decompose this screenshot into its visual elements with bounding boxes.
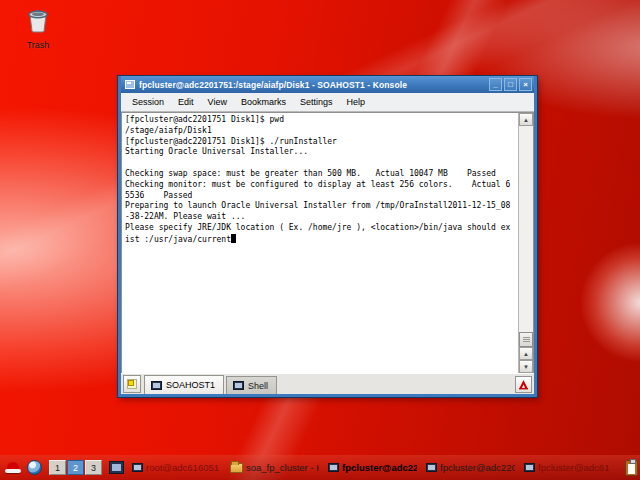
desktop: Trash fpcluster@adc2201751:/stage/aiafp/… (0, 0, 640, 480)
pager-desktop-1[interactable]: 1 (49, 460, 66, 475)
close-button[interactable]: × (519, 78, 532, 91)
pager-desktop-3[interactable]: 3 (85, 460, 102, 475)
terminal-line: Checking swap space: must be greater tha… (125, 169, 518, 180)
scrollbar-thumb[interactable] (519, 332, 533, 347)
taskbar: 1 2 3 root@adc616051 soa_fp_cluster - K … (0, 455, 640, 480)
folder-icon (230, 463, 243, 473)
terminal-line: [fpcluster@adc2201751 Disk1]$ ./runInsta… (125, 137, 518, 148)
maximize-button[interactable]: □ (504, 78, 517, 91)
tab-label: Shell (248, 381, 268, 391)
konsole-launcher-icon (109, 461, 124, 474)
terminal-line: Starting Oracle Universal Installer... (125, 147, 518, 158)
scroll-up-button-bottom[interactable]: ▲ (519, 347, 533, 360)
trash-icon (25, 8, 51, 34)
minimize-button[interactable]: _ (489, 78, 502, 91)
taskbar-item-konsole-active[interactable]: fpcluster@adc22 (325, 460, 420, 475)
terminal-cursor (231, 234, 236, 243)
terminal-line: Preparing to launch Oracle Universal Ins… (125, 201, 518, 212)
desktop-pager: 1 2 3 (49, 460, 102, 475)
terminal-task-icon (426, 463, 437, 472)
konsole-launcher[interactable] (107, 458, 126, 477)
terminal-line: Checking monitor: must be configured to … (125, 180, 518, 191)
tab-soahost1[interactable]: SOAHOST1 (144, 375, 224, 394)
menu-help[interactable]: Help (339, 95, 372, 109)
scrollbar[interactable]: ▲ ▲ ▼ (518, 113, 533, 373)
redhat-menu-button[interactable] (3, 458, 22, 477)
terminal-line (125, 158, 518, 169)
new-session-icon (127, 379, 137, 389)
pager-desktop-2[interactable]: 2 (67, 460, 84, 475)
menu-edit[interactable]: Edit (171, 95, 201, 109)
terminal-tab-icon (151, 381, 162, 390)
konsole-window: fpcluster@adc2201751:/stage/aiafp/Disk1 … (118, 76, 537, 397)
menubar: Session Edit View Bookmarks Settings Hel… (121, 93, 534, 112)
menu-settings[interactable]: Settings (293, 95, 340, 109)
web-browser-launcher[interactable] (25, 458, 44, 477)
terminal-frame: [fpcluster@adc2201751 Disk1]$ pwd /stage… (121, 112, 534, 373)
terminal-tab-icon (233, 381, 244, 390)
window-title: fpcluster@adc2201751:/stage/aiafp/Disk1 … (139, 80, 489, 90)
tab-bar: SOAHOST1 Shell (121, 373, 534, 394)
menu-bookmarks[interactable]: Bookmarks (234, 95, 293, 109)
terminal-line: /stage/aiafp/Disk1 (125, 126, 518, 137)
globe-icon (27, 460, 42, 475)
tab-shell[interactable]: Shell (226, 376, 277, 394)
session-list-icon (518, 379, 529, 390)
menu-session[interactable]: Session (125, 95, 171, 109)
taskbar-item-root-konsole[interactable]: root@adc616051 (129, 460, 224, 475)
taskbar-item-konsole-3[interactable]: fpcluster@adc61 (521, 460, 616, 475)
terminal-line: ist :/usr/java/current (125, 234, 518, 245)
scrollbar-track[interactable] (519, 126, 533, 332)
trash-shortcut[interactable]: Trash (14, 8, 62, 50)
terminal-output[interactable]: [fpcluster@adc2201751 Disk1]$ pwd /stage… (122, 113, 518, 373)
window-controls: _ □ × (489, 78, 532, 91)
terminal-line: 5536 Passed (125, 191, 518, 202)
terminal-line: Please specify JRE/JDK location ( Ex. /h… (125, 223, 518, 234)
menu-view[interactable]: View (201, 95, 234, 109)
terminal-line: -38-22AM. Please wait ... (125, 212, 518, 223)
scroll-down-button[interactable]: ▼ (519, 360, 533, 373)
session-list-button[interactable] (515, 376, 532, 393)
terminal-task-icon (328, 463, 339, 472)
taskbar-item-file-manager[interactable]: soa_fp_cluster - K (227, 460, 322, 475)
redhat-icon (5, 461, 21, 475)
terminal-line-text: ist :/usr/java/current (125, 235, 231, 244)
clipboard-tray-button[interactable] (622, 458, 640, 477)
titlebar[interactable]: fpcluster@adc2201751:/stage/aiafp/Disk1 … (121, 76, 534, 93)
taskbar-item-konsole-2[interactable]: fpcluster@adc220 (423, 460, 518, 475)
konsole-icon (125, 80, 135, 89)
terminal-task-icon (524, 463, 535, 472)
tab-label: SOAHOST1 (166, 380, 215, 390)
terminal-line: [fpcluster@adc2201751 Disk1]$ pwd (125, 115, 518, 126)
new-session-button[interactable] (123, 375, 141, 393)
clipboard-icon (625, 460, 638, 476)
trash-label: Trash (14, 40, 62, 50)
scrollbar-grip (523, 337, 530, 342)
terminal-task-icon (132, 463, 143, 472)
scroll-up-button[interactable]: ▲ (519, 113, 533, 126)
